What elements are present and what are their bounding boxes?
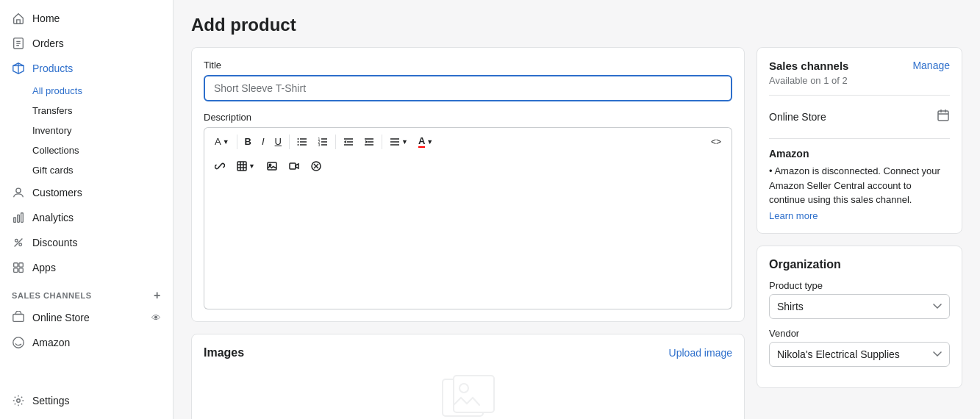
svg-point-20 xyxy=(298,138,299,140)
sidebar-item-online-store[interactable]: Online Store 👁 xyxy=(0,305,173,330)
clear-format-button[interactable] xyxy=(307,158,326,174)
sidebar-item-analytics-label: Analytics xyxy=(32,212,74,223)
upload-image-link[interactable]: Upload image xyxy=(669,347,732,359)
gift-cards-label: Gift cards xyxy=(32,165,74,176)
images-title: Images xyxy=(204,346,244,359)
svg-rect-5 xyxy=(18,215,20,222)
image-placeholder xyxy=(204,368,732,419)
svg-rect-12 xyxy=(14,268,18,272)
unordered-list-button[interactable] xyxy=(293,134,312,150)
indent-decrease-button[interactable] xyxy=(339,134,358,150)
sidebar-item-orders-label: Orders xyxy=(32,37,64,49)
home-icon xyxy=(12,12,25,25)
link-button[interactable] xyxy=(210,158,229,174)
vendor-group: Vendor Nikola's Electrical Supplies xyxy=(769,328,950,367)
sidebar-item-analytics[interactable]: Analytics xyxy=(0,205,173,230)
indent-increase-button[interactable] xyxy=(360,134,379,150)
sidebar-item-apps[interactable]: Apps xyxy=(0,255,173,280)
sidebar-item-settings[interactable]: Settings xyxy=(0,388,173,413)
online-store-calendar-icon[interactable] xyxy=(937,109,950,125)
svg-point-3 xyxy=(16,188,21,193)
toolbar-divider-3 xyxy=(335,135,336,149)
title-input[interactable] xyxy=(204,75,732,101)
sales-channels-label: SALES CHANNELS xyxy=(12,291,92,300)
transfers-label: Transfers xyxy=(32,105,72,116)
amazon-label: Amazon xyxy=(32,337,70,348)
toolbar-divider-1 xyxy=(237,135,237,149)
italic-button[interactable]: I xyxy=(257,133,269,150)
sidebar-item-home[interactable]: Home xyxy=(0,6,173,31)
sidebar-item-products-label: Products xyxy=(32,62,73,74)
editor-toolbar-1: A ▼ B I U 123 xyxy=(204,127,732,155)
svg-point-15 xyxy=(13,337,24,348)
sidebar-item-discounts[interactable]: Discounts xyxy=(0,230,173,255)
table-button[interactable]: ▼ xyxy=(232,158,260,174)
sidebar-subitem-inventory[interactable]: Inventory xyxy=(0,121,173,140)
add-sales-channel-icon[interactable]: + xyxy=(154,289,161,302)
analytics-icon xyxy=(12,211,25,224)
code-view-button[interactable]: <> xyxy=(707,134,726,150)
svg-point-21 xyxy=(298,141,299,143)
description-editor[interactable] xyxy=(204,177,732,309)
sales-channels-header: Sales channels Manage xyxy=(769,60,950,72)
discounts-icon xyxy=(12,236,25,249)
sidebar-subitem-all-products[interactable]: All products xyxy=(0,81,173,101)
vendor-label: Vendor xyxy=(769,328,950,339)
sidebar: Home Orders Products All products Transf… xyxy=(0,0,174,419)
content-row: Title Description A ▼ B I U xyxy=(191,47,962,419)
manage-link[interactable]: Manage xyxy=(912,60,950,71)
product-details-card: Title Description A ▼ B I U xyxy=(191,47,745,322)
svg-rect-50 xyxy=(454,376,494,412)
sidebar-subitem-transfers[interactable]: Transfers xyxy=(0,101,173,121)
sidebar-item-orders[interactable]: Orders xyxy=(0,31,173,56)
sidebar-item-amazon[interactable]: Amazon xyxy=(0,330,173,355)
underline-button[interactable]: U xyxy=(271,133,286,150)
insert-video-button[interactable] xyxy=(285,158,304,174)
title-label: Title xyxy=(204,60,732,71)
panel-divider-2 xyxy=(769,138,950,139)
sidebar-item-apps-label: Apps xyxy=(32,262,56,273)
text-color-button[interactable]: A ▼ xyxy=(414,132,437,151)
images-card: Images Upload image xyxy=(191,334,745,419)
svg-rect-14 xyxy=(13,315,24,322)
bold-button[interactable]: B xyxy=(240,133,256,150)
font-button[interactable]: A ▼ xyxy=(210,133,234,150)
amazon-icon xyxy=(12,336,25,349)
svg-rect-13 xyxy=(19,268,23,272)
customers-icon xyxy=(12,186,25,199)
online-store-label: Online Store xyxy=(32,312,90,323)
all-products-label: All products xyxy=(32,85,82,96)
product-type-group: Product type Shirts xyxy=(769,280,950,319)
sidebar-subitem-collections[interactable]: Collections xyxy=(0,140,173,160)
product-type-select[interactable]: Shirts xyxy=(769,294,950,319)
settings-label: Settings xyxy=(32,395,70,407)
organization-title: Organization xyxy=(769,258,950,271)
svg-rect-52 xyxy=(938,111,948,121)
online-store-visibility-icon[interactable]: 👁 xyxy=(151,312,161,323)
align-button[interactable]: ▼ xyxy=(385,134,412,150)
inventory-label: Inventory xyxy=(32,125,71,136)
svg-rect-38 xyxy=(237,162,246,171)
images-card-header: Images Upload image xyxy=(204,346,732,359)
orders-icon xyxy=(12,37,25,50)
panel-divider-1 xyxy=(769,95,950,96)
sales-channels-card: Sales channels Manage Available on 1 of … xyxy=(757,47,962,234)
ordered-list-button[interactable]: 123 xyxy=(313,134,332,150)
product-type-label: Product type xyxy=(769,280,950,291)
sales-channels-title: Sales channels xyxy=(769,60,848,72)
svg-rect-4 xyxy=(14,218,16,222)
sidebar-item-products[interactable]: Products xyxy=(0,56,173,81)
insert-image-button[interactable] xyxy=(262,158,282,174)
settings-icon xyxy=(12,394,25,407)
sidebar-item-customers[interactable]: Customers xyxy=(0,180,173,205)
svg-point-22 xyxy=(298,144,299,146)
collections-label: Collections xyxy=(32,145,79,156)
apps-icon xyxy=(12,261,25,274)
editor-toolbar-2: ▼ xyxy=(204,155,732,177)
amazon-message: Amazon is disconnected. Connect your Ama… xyxy=(769,164,950,207)
sidebar-subitem-gift-cards[interactable]: Gift cards xyxy=(0,160,173,180)
learn-more-link[interactable]: Learn more xyxy=(769,210,950,221)
description-label: Description xyxy=(204,112,732,123)
svg-rect-45 xyxy=(290,163,296,169)
vendor-select[interactable]: Nikola's Electrical Supplies xyxy=(769,342,950,367)
